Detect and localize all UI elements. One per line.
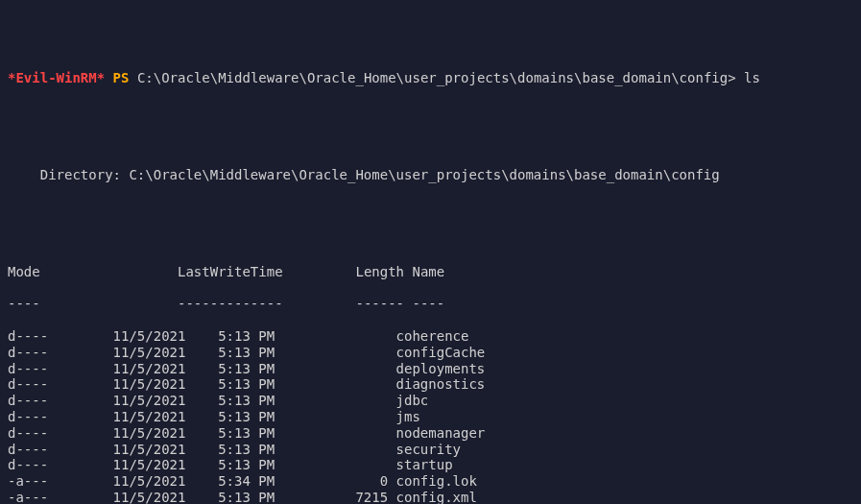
table-row: d---- 11/5/2021 5:13 PM coherence	[8, 328, 853, 345]
table-row: d---- 11/5/2021 5:13 PM jms	[8, 409, 853, 425]
col-name: Name	[412, 264, 444, 279]
table-row: -a--- 11/5/2021 5:13 PM 7215 config.xml	[8, 490, 853, 504]
table-row: d---- 11/5/2021 5:13 PM nodemanager	[8, 425, 853, 442]
table-row: d---- 11/5/2021 5:13 PM startup	[8, 457, 853, 473]
col-mode: Mode	[8, 264, 40, 279]
table-divider: ---- ------------- ------ ----	[8, 296, 853, 312]
table-row: d---- 11/5/2021 5:13 PM configCache	[8, 345, 853, 361]
table-row: d---- 11/5/2021 5:13 PM deployments	[8, 361, 853, 377]
prompt-line-1[interactable]: *Evil-WinRM* PS C:\Oracle\Middleware\Ora…	[8, 70, 853, 86]
ps-label: PS	[113, 70, 130, 85]
table-row: d---- 11/5/2021 5:13 PM diagnostics	[8, 376, 853, 393]
col-length: Length	[355, 264, 404, 279]
command-input: ls	[744, 70, 760, 85]
current-path: C:\Oracle\Middleware\Oracle_Home\user_pr…	[137, 70, 736, 85]
evil-winrm-label: *Evil-WinRM*	[8, 70, 105, 85]
col-lastwritetime: LastWriteTime	[178, 264, 283, 279]
table-row: -a--- 11/5/2021 5:34 PM 0 config.lok	[8, 473, 853, 490]
directory-header: Directory: C:\Oracle\Middleware\Oracle_H…	[8, 167, 853, 183]
file-listing: d---- 11/5/2021 5:13 PM coherenced---- 1…	[8, 328, 853, 504]
table-header: Mode LastWriteTime Length Name	[8, 264, 853, 280]
table-row: d---- 11/5/2021 5:13 PM security	[8, 442, 853, 458]
table-row: d---- 11/5/2021 5:13 PM jdbc	[8, 393, 853, 409]
